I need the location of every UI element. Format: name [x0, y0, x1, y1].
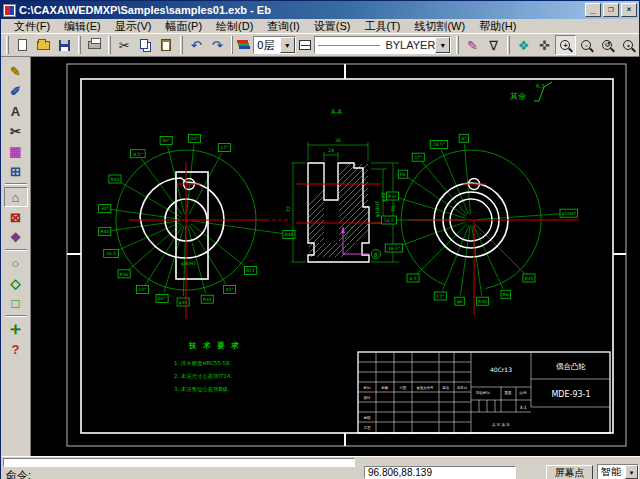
contour-icon[interactable]: ○ — [4, 253, 28, 273]
linestyle-button[interactable] — [298, 35, 313, 55]
block-icon[interactable]: ▦ — [4, 141, 28, 161]
radial-dimension-line — [472, 226, 479, 278]
menu-settings[interactable]: 设置(S) — [307, 19, 358, 33]
command-input[interactable] — [3, 458, 355, 467]
toolbar-separator — [78, 36, 81, 54]
dimension-text: R40 — [100, 229, 109, 234]
title-block-cell: 比例 — [520, 391, 527, 395]
dimension-text: R33 — [203, 297, 212, 302]
cut-icon[interactable]: ✂ — [114, 35, 135, 55]
sketch-icon[interactable]: ✎ — [4, 61, 28, 81]
menu-file[interactable]: 文件(F) — [7, 19, 57, 33]
app-icon[interactable] — [3, 4, 16, 17]
dimension-text: R30 — [478, 299, 487, 304]
layer-select[interactable]: 0层 ▾ — [253, 36, 296, 54]
dimension-text: R35 — [525, 276, 534, 281]
zoom-previous-icon[interactable]: ↺ — [597, 35, 618, 55]
copy-icon[interactable] — [135, 35, 156, 55]
title-block-cell: 签名 — [443, 386, 450, 390]
profile-icon[interactable]: ◇ — [4, 273, 28, 293]
toolbar-grip[interactable] — [231, 36, 234, 54]
sidebar-separator — [5, 183, 27, 185]
paper-frame — [67, 64, 626, 446]
status-bar: 命令: 96.806,88.139 屏幕点 智能 ▾ — [1, 456, 640, 479]
new-icon[interactable] — [12, 35, 33, 55]
library-icon[interactable]: ⊞ — [4, 161, 28, 181]
region-icon[interactable]: □ — [4, 293, 28, 313]
title-block-cell: 工艺 — [363, 426, 371, 430]
paste-icon[interactable] — [156, 35, 177, 55]
snap-mode-select[interactable]: 智能 ▾ — [597, 464, 639, 479]
close-button[interactable]: × — [621, 3, 637, 17]
menu-query[interactable]: 查询(I) — [260, 19, 306, 33]
dynamic-zoom-icon[interactable]: ✜ — [534, 35, 555, 55]
title-block-cell: 分区 — [400, 386, 407, 390]
menu-edit[interactable]: 编辑(E) — [57, 19, 108, 33]
dimension-text: 14 — [328, 148, 334, 153]
dimension-text: φ20H7 — [562, 211, 577, 216]
dimension-text: φ40 — [381, 192, 386, 201]
dimension-text: 17° — [414, 155, 422, 160]
nabla-icon[interactable]: ∇ — [483, 35, 504, 55]
radial-dimension-line — [187, 162, 193, 214]
pan-icon[interactable]: ❖ — [513, 35, 534, 55]
delete-icon[interactable]: ⊠ — [4, 207, 28, 227]
menu-help[interactable]: 帮助(H) — [472, 19, 523, 33]
restore-button[interactable]: ❐ — [603, 3, 619, 17]
radial-dimension-line — [191, 224, 232, 256]
tool-sidebar: ✎✐A✂▦⊞⌂⊠❖○◇□✛? — [1, 57, 31, 456]
title-block-cell: 阶段标记 — [476, 390, 490, 395]
sidebar-separator — [5, 249, 27, 251]
menu-wirecut[interactable]: 线切割(W) — [407, 19, 472, 33]
trim-icon[interactable]: ✂ — [4, 121, 28, 141]
dimension-text: 45° — [226, 287, 234, 292]
app-window: C:\CAXA\WEDMXP\Samples\samples01.exb - E… — [0, 0, 640, 479]
screen-point-button[interactable]: 屏幕点 — [546, 465, 593, 479]
dimension-text: 15° — [221, 145, 229, 150]
pencil-icon[interactable]: ✎ — [462, 35, 483, 55]
linetype-select[interactable]: BYLAYER ▾ — [314, 36, 451, 54]
palette-icon[interactable]: ❖ — [4, 227, 28, 247]
zoom-all-icon[interactable]: • — [618, 35, 639, 55]
menu-view[interactable]: 显示(V) — [108, 19, 159, 33]
text-tool-icon[interactable]: A — [4, 101, 28, 121]
wire-tool-icon[interactable]: ✛ — [4, 319, 28, 339]
chevron-down-icon[interactable]: ▾ — [435, 37, 450, 53]
title-bar: C:\CAXA\WEDMXP\Samples\samples01.exb - E… — [1, 1, 639, 19]
menu-draw[interactable]: 绘制(D) — [209, 19, 260, 33]
help-icon[interactable]: ? — [4, 339, 28, 359]
chevron-down-icon[interactable]: ▾ — [280, 37, 295, 53]
chevron-down-icon[interactable]: ▾ — [625, 465, 638, 479]
section-hatching — [257, 157, 441, 257]
minimize-button[interactable]: _ — [585, 3, 601, 17]
title-block-cell: 共 张 第 张 — [492, 423, 510, 427]
save-icon[interactable] — [54, 35, 75, 55]
menu-paper[interactable]: 幅面(P) — [158, 19, 209, 33]
dimension-text: 30° — [101, 206, 109, 211]
dimension-text: 36 — [335, 138, 341, 143]
title-block-cell: 更改文件号 — [417, 385, 435, 390]
eraser-icon[interactable]: ✐ — [4, 81, 28, 101]
zoom-window-icon[interactable]: ▫ — [576, 35, 597, 55]
toolbar-grip[interactable] — [6, 36, 9, 54]
dimension-text: 15° — [139, 287, 147, 292]
home-view-icon[interactable]: ⌂ — [4, 187, 28, 207]
dimension-text: R6 — [503, 292, 509, 297]
title-block-cell: 设计 — [363, 395, 371, 400]
main-toolbar: ✂↶↷ 0层 ▾ BYLAYER ▾ ✎∇❖✜+▫↺• — [1, 33, 639, 57]
menu-tools[interactable]: 工具(T) — [357, 19, 407, 33]
zoom-in-icon[interactable]: + — [555, 35, 576, 55]
layer-color-icon[interactable] — [236, 35, 251, 55]
surface-roughness-note: 其余 6.3 — [510, 82, 552, 101]
dimension-text: 10° — [191, 136, 199, 141]
drawing-canvas[interactable]: 其余 6.3 15°10°30°8.5°R4330°R4016.5R3615°6… — [31, 57, 640, 456]
svg-text:A-A: A-A — [331, 108, 343, 116]
svg-text:φ30H7: φ30H7 — [181, 261, 196, 266]
redo-icon[interactable]: ↷ — [207, 35, 228, 55]
radial-dimension-line — [189, 169, 213, 215]
svg-text:2. 未注尺寸公差按IT14.: 2. 未注尺寸公差按IT14. — [174, 373, 232, 379]
toolbar-grip[interactable] — [456, 36, 459, 54]
print-icon[interactable] — [84, 35, 105, 55]
undo-icon[interactable]: ↶ — [186, 35, 207, 55]
open-icon[interactable] — [33, 35, 54, 55]
